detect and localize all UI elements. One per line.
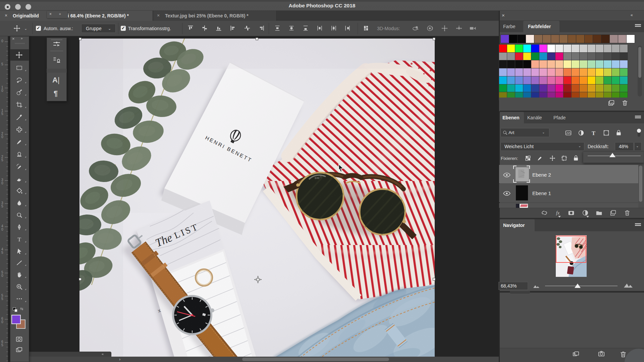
svg-text:T: T: [17, 236, 21, 243]
svg-text:fx: fx: [556, 210, 560, 216]
svg-text:T: T: [592, 130, 595, 136]
